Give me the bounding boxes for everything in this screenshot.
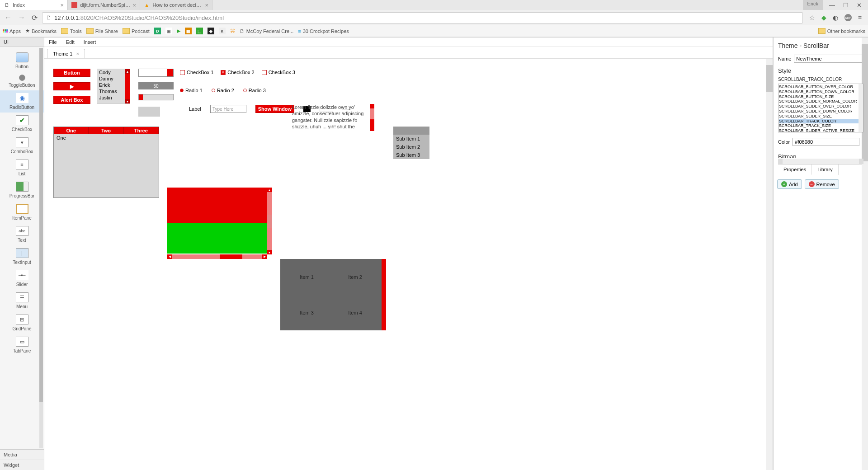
demo-gridpanel[interactable]: Item 1 Item 2 Item 3 Item 4 bbox=[280, 259, 386, 330]
footer-media[interactable]: Media bbox=[0, 450, 44, 460]
palette-button[interactable]: Button bbox=[0, 50, 44, 72]
bookmark-icon[interactable]: ▶ bbox=[177, 28, 180, 34]
demo-alert-button[interactable]: Alert Box bbox=[53, 96, 90, 104]
close-icon[interactable]: × bbox=[132, 2, 136, 9]
rss-icon[interactable]: ⌘ bbox=[230, 28, 235, 34]
demo-button[interactable]: Button bbox=[53, 69, 90, 77]
grid-cell[interactable]: Item 2 bbox=[329, 259, 382, 295]
tab-two[interactable]: Two bbox=[89, 127, 123, 134]
palette-radiobutton[interactable]: RadioButton bbox=[0, 90, 44, 113]
scroll-up-icon[interactable]: ▲ bbox=[267, 188, 272, 192]
palette-textinput[interactable]: |TextInput bbox=[0, 245, 44, 268]
scrollbar-thumb[interactable] bbox=[370, 108, 374, 119]
demo-list[interactable]: Cody Danny Erick Thomas Justin ▲ ▼ bbox=[97, 69, 130, 104]
show-window-button[interactable]: Show Window bbox=[255, 105, 294, 113]
canvas[interactable]: Button Alert Box Cody Danny Erick Thomas… bbox=[44, 59, 773, 470]
tab-three[interactable]: Three bbox=[124, 127, 159, 134]
demo-radio[interactable]: Radio 3 bbox=[243, 88, 266, 93]
scroll-right-icon[interactable]: ▶ bbox=[262, 254, 267, 259]
style-list[interactable]: SCROLLBAR_BUTTON_OVER_COLOR SCROLLBAR_BU… bbox=[778, 84, 863, 132]
h-scrollbar[interactable] bbox=[778, 159, 863, 164]
palette-menu[interactable]: ☰Menu bbox=[0, 290, 44, 312]
color-input[interactable] bbox=[793, 138, 859, 146]
close-icon[interactable]: × bbox=[76, 51, 79, 56]
bookmark-item[interactable]: 🗋McCoy Federal Cre... bbox=[240, 28, 294, 34]
bookmark-icon[interactable]: D bbox=[154, 28, 161, 34]
bookmark-folder[interactable]: Podcast bbox=[123, 28, 150, 34]
demo-radio[interactable]: Radio 1 bbox=[180, 88, 203, 93]
remove-button[interactable]: –Remove bbox=[805, 179, 839, 189]
canvas-scrollbar[interactable] bbox=[766, 59, 773, 470]
url-bar[interactable]: 🗋 127.0.0.1:8020/CHAOS%20Studio/CHAOS%20… bbox=[42, 12, 803, 24]
canvas-scroll-thumb[interactable] bbox=[766, 65, 773, 92]
bookmark-folder[interactable]: File Share bbox=[86, 28, 118, 34]
menu-edit[interactable]: Edit bbox=[66, 39, 75, 45]
close-icon[interactable]: × bbox=[60, 2, 64, 9]
back-icon[interactable]: ← bbox=[3, 13, 14, 23]
bookmark-item[interactable]: ★Bookmarks bbox=[25, 28, 57, 34]
doc-tab[interactable]: Theme 1 × bbox=[47, 49, 85, 58]
add-button[interactable]: +Add bbox=[777, 179, 802, 189]
scrollbar-h[interactable]: ◀▶ bbox=[167, 254, 267, 259]
palette-combobox[interactable]: ▾ComboBox bbox=[0, 135, 44, 157]
demo-textinput[interactable]: Type Here bbox=[210, 105, 246, 113]
scrollbar-thumb[interactable] bbox=[39, 48, 43, 402]
abp-icon[interactable]: ABP bbox=[844, 14, 852, 21]
palette-list[interactable]: ≡List bbox=[0, 157, 44, 179]
palette-checkbox[interactable]: CheckBox bbox=[0, 113, 44, 135]
palette-itempane[interactable]: ItemPane bbox=[0, 201, 44, 223]
tab-properties[interactable]: Properties bbox=[778, 164, 812, 175]
palette-gridpane[interactable]: ⊞GridPane bbox=[0, 312, 44, 334]
demo-number[interactable]: 50 bbox=[138, 82, 174, 89]
extension-icon[interactable]: ◐ bbox=[833, 14, 838, 21]
demo-radio[interactable]: Radio 2 bbox=[212, 88, 234, 93]
scroll-down-icon[interactable]: ▼ bbox=[125, 99, 130, 103]
sub-item[interactable]: Sub Item 1 bbox=[393, 135, 429, 143]
grid-cell[interactable]: Item 3 bbox=[280, 295, 333, 330]
reload-icon[interactable]: ⟳ bbox=[30, 13, 39, 23]
palette-progressbar[interactable]: ProgressBar bbox=[0, 179, 44, 201]
demo-progress[interactable] bbox=[138, 94, 174, 100]
bookmark-item[interactable]: ≡30 Crockpot Recipes bbox=[298, 28, 349, 34]
demo-subpanel[interactable]: Sub Item 1 Sub Item 2 Sub Item 3 bbox=[393, 127, 429, 159]
scroll-up-icon[interactable]: ▲ bbox=[125, 69, 130, 74]
evernote-icon[interactable]: ◆ bbox=[821, 14, 826, 21]
palette-slider[interactable]: Slider bbox=[0, 268, 44, 290]
grid-cell[interactable]: Item 4 bbox=[329, 295, 382, 330]
demo-play-button[interactable] bbox=[53, 82, 90, 90]
name-input[interactable] bbox=[794, 55, 863, 63]
scroll-left-icon[interactable]: ◀ bbox=[167, 254, 172, 259]
maximize-icon[interactable]: ☐ bbox=[843, 2, 849, 9]
palette-text[interactable]: Text bbox=[0, 223, 44, 245]
demo-checkbox[interactable]: CheckBox 1 bbox=[180, 70, 213, 75]
tab-library[interactable]: Library bbox=[812, 164, 839, 175]
bookmark-folder[interactable]: Tools bbox=[61, 28, 82, 34]
close-icon[interactable]: × bbox=[205, 2, 208, 9]
scrollbar-thumb-h[interactable] bbox=[220, 254, 242, 259]
bookmark-icon[interactable]: ▦ bbox=[185, 28, 192, 34]
bookmark-icon[interactable]: К bbox=[219, 28, 226, 34]
demo-tabtable[interactable]: One Two Three One bbox=[53, 127, 159, 198]
scrollbar[interactable] bbox=[382, 259, 386, 330]
scrollbar[interactable] bbox=[125, 69, 130, 103]
scroll-down-icon[interactable]: ▼ bbox=[267, 250, 272, 254]
browser-tab[interactable]: ▲ How to convert decimal t × bbox=[140, 0, 212, 10]
list-scrollbar[interactable] bbox=[859, 84, 863, 132]
demo-combo[interactable] bbox=[138, 69, 174, 77]
demo-checkbox[interactable]: CheckBox 3 bbox=[262, 70, 295, 75]
bookmark-icon[interactable]: ◆ bbox=[208, 28, 214, 34]
panel-header[interactable]: UI bbox=[0, 38, 44, 47]
footer-widget[interactable]: Widget bbox=[0, 460, 44, 470]
sub-item[interactable]: Sub Item 2 bbox=[393, 143, 429, 151]
demo-checkbox[interactable]: ✕CheckBox 2 bbox=[221, 70, 254, 75]
palette-tabpane[interactable]: ▭TabPane bbox=[0, 334, 44, 356]
minimize-icon[interactable]: — bbox=[829, 2, 835, 9]
apps-button[interactable]: Apps bbox=[3, 28, 21, 34]
menu-insert[interactable]: Insert bbox=[84, 39, 96, 45]
bookmark-icon[interactable]: ⬚ bbox=[196, 28, 203, 34]
browser-tab-active[interactable]: 🗋 Index × bbox=[0, 0, 68, 10]
menu-icon[interactable]: ≡ bbox=[858, 14, 862, 21]
bookmark-icon[interactable]: ▣ bbox=[165, 28, 172, 34]
menu-file[interactable]: File bbox=[49, 39, 57, 45]
tab-one[interactable]: One bbox=[54, 127, 89, 134]
